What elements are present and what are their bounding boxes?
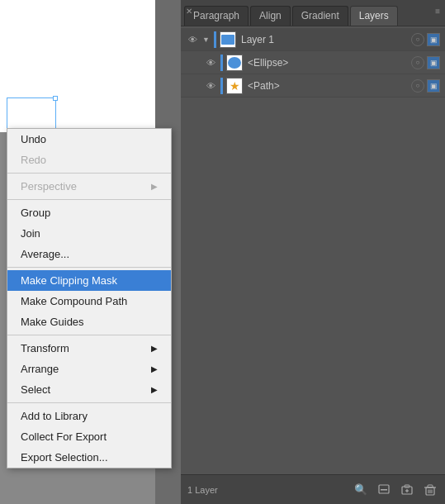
- menu-item-make-compound-path-label: Make Compound Path: [21, 295, 127, 307]
- color-bar-path: [220, 78, 223, 94]
- menu-item-group-label: Group: [21, 207, 50, 219]
- ellipse-clip-btn[interactable]: ▣: [427, 56, 440, 69]
- selection-box: [7, 97, 56, 132]
- layer1-name: Layer 1: [241, 34, 411, 45]
- menu-item-perspective-label: Perspective: [21, 180, 77, 193]
- menu-item-select[interactable]: Select ▶: [7, 379, 171, 400]
- ellipse-actions: ○ ▣: [411, 56, 440, 69]
- search-button[interactable]: 🔍: [353, 482, 369, 498]
- menu-item-make-clipping-mask-label: Make Clipping Mask: [21, 274, 117, 287]
- color-bar-layer1: [214, 31, 216, 48]
- layer-count-label: 1 Layer: [187, 485, 346, 495]
- menu-item-redo[interactable]: Redo: [7, 150, 171, 170]
- path-clip-btn[interactable]: ▣: [427, 79, 440, 93]
- menu-item-collect-for-export[interactable]: Collect For Export: [7, 426, 171, 447]
- menu-item-redo-label: Redo: [21, 154, 46, 166]
- menu-item-arrange[interactable]: Arrange ▶: [7, 359, 171, 379]
- eye-icon-ellipse[interactable]: 👁: [204, 56, 217, 69]
- tab-align[interactable]: Align: [250, 6, 291, 26]
- color-bar-ellipse: [220, 55, 223, 71]
- menu-item-arrange-label: Arrange: [21, 363, 59, 375]
- expand-icon[interactable]: ≡: [435, 7, 440, 16]
- menu-item-make-guides-label: Make Guides: [21, 316, 84, 328]
- menu-item-export-selection-label: Export Selection...: [21, 451, 108, 464]
- thumb-ellipse: [226, 55, 243, 71]
- perspective-arrow: ▶: [151, 182, 158, 191]
- ellipse-shape: [228, 57, 241, 69]
- ellipse-name: <Ellipse>: [248, 57, 411, 69]
- layer1-visibility-btn[interactable]: ○: [411, 33, 424, 46]
- arrange-arrow: ▶: [151, 364, 158, 373]
- add-layer-button[interactable]: [376, 482, 392, 498]
- tab-paragraph[interactable]: Paragraph: [184, 6, 249, 26]
- separator-2: [7, 199, 171, 200]
- context-menu: Undo Redo Perspective ▶ Group Join Avera…: [7, 128, 172, 468]
- menu-item-average-label: Average...: [21, 248, 69, 260]
- eye-icon-path[interactable]: 👁: [204, 79, 217, 93]
- path-actions: ○ ▣: [411, 79, 440, 93]
- panel-footer: 1 Layer 🔍: [181, 474, 445, 504]
- selection-handle: [53, 96, 58, 101]
- svg-rect-1: [381, 489, 387, 491]
- menu-item-add-to-library-label: Add to Library: [21, 410, 88, 422]
- path-visibility-btn[interactable]: ○: [411, 79, 424, 93]
- close-icon[interactable]: ✕: [186, 7, 192, 16]
- tab-layers[interactable]: Layers: [350, 6, 398, 26]
- menu-item-transform[interactable]: Transform ▶: [7, 338, 171, 359]
- layer-row-path[interactable]: 👁 ★ <Path> ○ ▣: [181, 74, 445, 97]
- separator-5: [7, 402, 171, 403]
- menu-item-export-selection[interactable]: Export Selection...: [7, 447, 171, 468]
- layer1-clip-btn[interactable]: ▣: [427, 33, 440, 46]
- eye-icon-layer1[interactable]: 👁: [186, 33, 199, 46]
- menu-item-undo-label: Undo: [21, 133, 46, 145]
- separator-1: [7, 173, 171, 174]
- layers-panel: ✕ Paragraph Align Gradient Layers ≡ 👁 ▼ …: [181, 0, 445, 504]
- canvas-white: [0, 0, 155, 132]
- menu-item-join[interactable]: Join: [7, 223, 171, 244]
- menu-item-group[interactable]: Group: [7, 202, 171, 223]
- select-arrow: ▶: [151, 385, 158, 394]
- new-layer-icon: [400, 483, 414, 497]
- menu-item-transform-label: Transform: [21, 342, 69, 354]
- panel-tabs: ✕ Paragraph Align Gradient Layers ≡: [181, 0, 445, 26]
- star-icon: ★: [230, 79, 240, 93]
- layer-row-layer1[interactable]: 👁 ▼ Layer 1 ○ ▣: [181, 28, 445, 51]
- menu-item-perspective[interactable]: Perspective ▶: [7, 176, 171, 197]
- folder-icon: [221, 35, 234, 45]
- tab-gradient[interactable]: Gradient: [292, 6, 348, 26]
- menu-item-make-clipping-mask[interactable]: Make Clipping Mask: [7, 270, 171, 291]
- thumb-path: ★: [226, 78, 243, 94]
- separator-3: [7, 267, 171, 268]
- triangle-layer1: ▼: [202, 36, 212, 44]
- layers-content: 👁 ▼ Layer 1 ○ ▣ 👁 <Ellipse> ○ ▣: [181, 26, 445, 474]
- trash-icon: [424, 483, 437, 497]
- menu-item-make-compound-path[interactable]: Make Compound Path: [7, 291, 171, 311]
- ellipse-visibility-btn[interactable]: ○: [411, 56, 424, 69]
- new-layer-button[interactable]: [399, 482, 415, 498]
- menu-item-undo[interactable]: Undo: [7, 129, 171, 150]
- svg-rect-8: [428, 485, 433, 487]
- menu-item-add-to-library[interactable]: Add to Library: [7, 406, 171, 426]
- menu-item-make-guides[interactable]: Make Guides: [7, 311, 171, 332]
- add-layer-icon: [377, 483, 391, 497]
- path-name: <Path>: [248, 80, 411, 92]
- transform-arrow: ▶: [151, 344, 158, 353]
- layer1-actions: ○ ▣: [411, 33, 440, 46]
- menu-item-average[interactable]: Average...: [7, 244, 171, 264]
- menu-item-collect-for-export-label: Collect For Export: [21, 430, 107, 443]
- thumb-layer1: [220, 31, 236, 48]
- delete-layer-button[interactable]: [422, 482, 438, 498]
- menu-item-select-label: Select: [21, 383, 50, 396]
- layer-row-ellipse[interactable]: 👁 <Ellipse> ○ ▣: [181, 51, 445, 74]
- separator-4: [7, 335, 171, 335]
- menu-item-join-label: Join: [21, 227, 40, 240]
